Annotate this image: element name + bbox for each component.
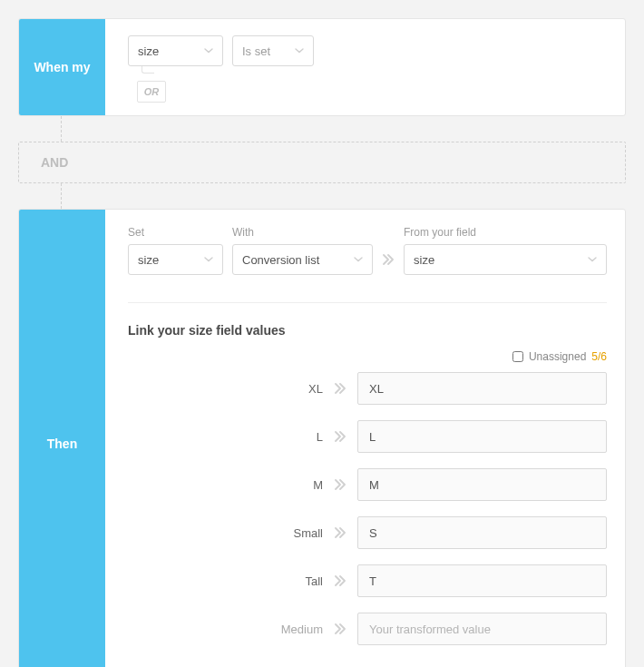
mapping-target-input[interactable] — [357, 564, 607, 597]
mapping-target-input[interactable] — [357, 372, 607, 405]
mapping-row: XL — [128, 372, 607, 405]
connector-line — [61, 183, 626, 209]
then-sidebar: Then — [19, 210, 105, 667]
mapping-source-label: XL — [128, 382, 323, 396]
chevron-down-icon — [204, 48, 213, 54]
mapping-target-input[interactable] — [357, 613, 607, 645]
then-card: Then Set size With Conversion list — [18, 209, 626, 667]
divider — [128, 302, 607, 303]
mapping-target-input[interactable] — [357, 468, 607, 501]
mapping-source-label: M — [128, 478, 323, 492]
double-arrow-icon — [334, 469, 346, 500]
then-body: Set size With Conversion list — [105, 210, 625, 667]
double-arrow-icon — [334, 517, 346, 548]
set-field: Set size — [128, 226, 223, 275]
with-value: Conversion list — [242, 253, 319, 267]
when-body: size Is set OR — [105, 19, 625, 115]
or-connector-line — [141, 66, 154, 74]
meta-row: Unassigned 5/6 — [128, 350, 607, 363]
with-select[interactable]: Conversion list — [232, 244, 373, 275]
mapping-source-label: Medium — [128, 623, 323, 636]
when-condition-value: Is set — [242, 44, 270, 58]
unassigned-label: Unassigned — [529, 350, 586, 363]
mapping-source-label: L — [128, 430, 323, 444]
connector-line — [61, 116, 626, 142]
mapping-row: Small — [128, 516, 607, 549]
mappings-list: XLLMSmallTallMedium — [128, 372, 607, 645]
mapping-target-input[interactable] — [357, 420, 607, 453]
set-select[interactable]: size — [128, 244, 223, 275]
when-sidebar-label: When my — [34, 60, 90, 74]
mapping-source-label: Tall — [128, 574, 323, 588]
mapping-source-label: Small — [128, 526, 323, 540]
chevron-down-icon — [295, 48, 304, 54]
then-sidebar-label: Then — [47, 436, 77, 451]
and-block[interactable]: AND — [18, 142, 626, 183]
from-value: size — [414, 253, 434, 267]
set-label: Set — [128, 226, 223, 239]
when-field-value: size — [138, 44, 159, 58]
from-field: From your field size — [404, 226, 607, 275]
double-arrow-icon — [334, 613, 346, 644]
chevron-down-icon — [588, 257, 597, 262]
set-value: size — [138, 253, 159, 267]
from-select[interactable]: size — [404, 244, 607, 275]
double-arrow-icon — [334, 373, 346, 404]
when-field-select[interactable]: size — [128, 35, 223, 66]
when-row: size Is set — [128, 35, 607, 66]
and-label: AND — [41, 155, 68, 170]
when-sidebar: When my — [19, 19, 105, 115]
mapping-target-input[interactable] — [357, 516, 607, 549]
mapping-counter: 5/6 — [591, 350, 607, 363]
from-label: From your field — [404, 226, 607, 239]
mapping-row: Medium — [128, 613, 607, 645]
double-arrow-icon — [334, 565, 346, 596]
with-field: With Conversion list — [232, 226, 373, 275]
double-arrow-icon — [382, 244, 395, 275]
mapping-row: L — [128, 420, 607, 453]
or-label: OR — [144, 86, 160, 97]
mapping-row: M — [128, 468, 607, 501]
when-condition-select[interactable]: Is set — [232, 35, 314, 66]
link-title: Link your size field values — [128, 323, 607, 338]
double-arrow-icon — [334, 421, 346, 452]
or-button[interactable]: OR — [137, 81, 166, 103]
then-config-row: Set size With Conversion list — [128, 226, 607, 275]
chevron-down-icon — [354, 257, 363, 262]
unassigned-checkbox[interactable] — [512, 351, 523, 362]
mapping-row: Tall — [128, 564, 607, 597]
chevron-down-icon — [204, 257, 213, 262]
when-card: When my size Is set OR — [18, 18, 626, 116]
with-label: With — [232, 226, 373, 239]
